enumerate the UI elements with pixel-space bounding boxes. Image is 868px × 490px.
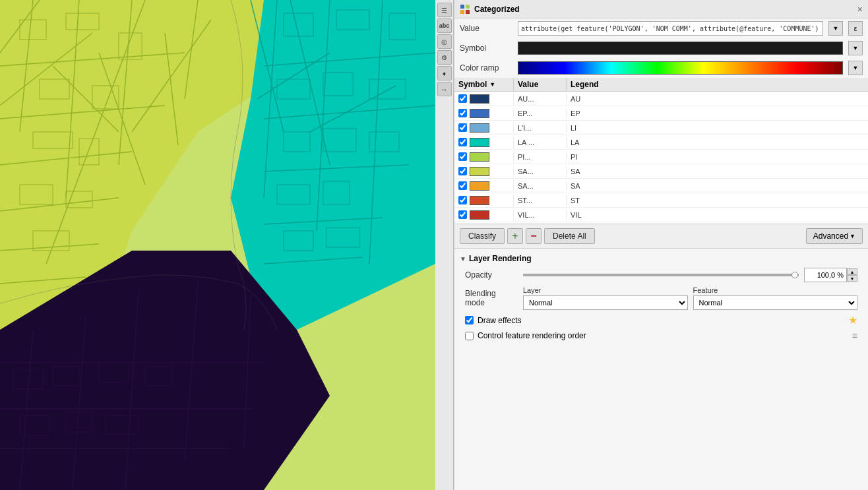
layer-col-label: Layer	[523, 286, 688, 294]
classify-button[interactable]: Classify	[460, 228, 505, 244]
color-swatch-4[interactable]	[470, 152, 489, 162]
panel-close-btn[interactable]: ×	[857, 4, 863, 15]
layer-blend-select[interactable]: Normal	[523, 295, 688, 310]
td-legend-3: LA	[567, 137, 868, 148]
color-swatch-2[interactable]	[470, 123, 489, 133]
color-ramp-bar[interactable]	[518, 61, 843, 75]
td-legend-4: PI	[567, 152, 868, 162]
td-value-1: EP...	[514, 108, 567, 119]
color-swatch-1[interactable]	[470, 109, 489, 118]
td-value-7: ST...	[514, 195, 567, 206]
sort-icon[interactable]: ≡	[852, 330, 857, 341]
layer-rendering-title: Layer Rendering	[469, 254, 532, 263]
table-row[interactable]: AU... AU	[454, 92, 868, 106]
color-swatch-7[interactable]	[470, 196, 489, 205]
symbol-dropdown-btn[interactable]: ▼	[848, 41, 863, 55]
control-render-label: Control feature rendering order	[478, 331, 586, 340]
advanced-arrow-icon: ▼	[850, 233, 855, 239]
opacity-down-btn[interactable]: ▼	[847, 275, 857, 282]
section-collapse-icon: ▼	[460, 255, 466, 262]
value-expr-btn[interactable]: ε	[848, 21, 863, 36]
toolbar-btn-6[interactable]: ↔	[437, 82, 452, 96]
row-checkbox-8[interactable]	[458, 210, 467, 219]
value-label: Value	[460, 24, 512, 33]
row-checkbox-1[interactable]	[458, 109, 467, 117]
symbol-bar[interactable]	[518, 42, 843, 55]
right-panel: Categorized × Value ▼ ε Symbol ▼ Color r…	[454, 0, 868, 490]
opacity-spinner: ▲ ▼	[847, 268, 857, 282]
opacity-label: Opacity	[465, 270, 518, 280]
advanced-button[interactable]: Advanced ▼	[806, 228, 863, 244]
color-ramp-label: Color ramp	[460, 63, 512, 73]
td-value-6: SA...	[514, 181, 567, 191]
table-row[interactable]: SA... SA	[454, 164, 868, 179]
opacity-row: Opacity ▲ ▼	[460, 266, 863, 284]
td-legend-6: SA	[567, 181, 868, 191]
add-button[interactable]: +	[507, 228, 523, 244]
row-checkbox-2[interactable]	[458, 123, 467, 132]
td-legend-7: ST	[567, 195, 868, 206]
value-dropdown-btn[interactable]: ▼	[828, 21, 843, 36]
svg-rect-73	[466, 10, 470, 14]
table-header: Symbol ▼ Value Legend	[454, 78, 868, 92]
toolbar-btn-2[interactable]: abc	[437, 18, 452, 33]
table-row[interactable]: PI... PI	[454, 150, 868, 164]
layer-rendering-header[interactable]: ▼ Layer Rendering	[460, 251, 863, 266]
td-symbol-5	[454, 166, 514, 177]
color-swatch-6[interactable]	[470, 181, 489, 191]
td-legend-2: LI	[567, 123, 868, 133]
td-symbol-8	[454, 209, 514, 221]
control-render-checkbox[interactable]	[465, 332, 474, 340]
sort-arrow-icon: ▼	[489, 81, 495, 88]
value-row: Value ▼ ε	[454, 18, 868, 38]
toolbar-btn-4[interactable]: ⚙	[437, 50, 452, 65]
td-legend-5: SA	[567, 166, 868, 177]
th-value[interactable]: Value	[514, 78, 567, 91]
td-symbol-3	[454, 137, 514, 148]
td-symbol-0	[454, 93, 514, 105]
td-value-3: LA ...	[514, 137, 567, 148]
row-checkbox-7[interactable]	[458, 196, 467, 204]
color-swatch-3[interactable]	[470, 138, 489, 147]
color-swatch-8[interactable]	[470, 210, 489, 220]
color-swatch-0[interactable]	[470, 94, 489, 104]
value-expression-input[interactable]	[518, 21, 823, 36]
td-value-5: SA...	[514, 166, 567, 177]
delete-all-button[interactable]: Delete All	[544, 228, 595, 244]
row-checkbox-6[interactable]	[458, 181, 467, 190]
remove-button[interactable]: −	[526, 228, 542, 244]
table-row[interactable]: VIL... VIL	[454, 208, 868, 222]
feature-blend-select[interactable]: Normal	[693, 295, 858, 310]
td-symbol-6	[454, 180, 514, 192]
toolbar-btn-5[interactable]: ♦	[437, 66, 452, 80]
color-ramp-dropdown-btn[interactable]: ▼	[848, 61, 863, 75]
opacity-slider[interactable]	[523, 274, 799, 276]
toolbar-btn-3[interactable]: ◎	[437, 34, 452, 49]
table-row[interactable]: L'I... LI	[454, 121, 868, 135]
color-swatch-5[interactable]	[470, 167, 489, 176]
table-row[interactable]: SA... SA	[454, 179, 868, 193]
panel-title: Categorized	[460, 4, 520, 15]
row-checkbox-5[interactable]	[458, 167, 467, 175]
blending-feature-col: Feature Normal	[693, 286, 858, 310]
th-symbol[interactable]: Symbol ▼	[454, 78, 514, 91]
table-row[interactable]: ST... ST	[454, 193, 868, 208]
toolbar-btn-1[interactable]: ☰	[437, 3, 452, 17]
star-button[interactable]: ★	[848, 314, 857, 326]
td-symbol-4	[454, 151, 514, 163]
opacity-value-input[interactable]	[804, 268, 847, 282]
draw-effects-checkbox[interactable]	[465, 316, 474, 324]
table-row[interactable]: EP... EP	[454, 106, 868, 121]
td-symbol-2	[454, 122, 514, 134]
row-checkbox-4[interactable]	[458, 152, 467, 161]
row-checkbox-3[interactable]	[458, 138, 467, 146]
categorized-icon	[460, 4, 470, 15]
opacity-up-btn[interactable]: ▲	[847, 268, 857, 275]
table-row[interactable]: LA ... LA	[454, 135, 868, 150]
td-symbol-1	[454, 107, 514, 119]
row-checkbox-0[interactable]	[458, 94, 467, 103]
td-legend-0: AU	[567, 94, 868, 104]
opacity-handle[interactable]	[791, 272, 798, 278]
svg-rect-70	[460, 5, 464, 9]
symbol-table: AU... AU EP... EP L'I... LI LA ... LA	[454, 92, 868, 224]
